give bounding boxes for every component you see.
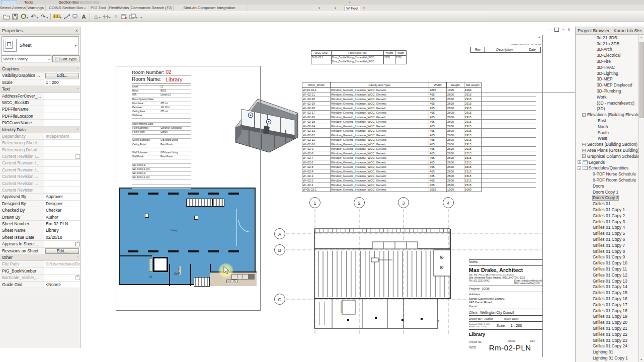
ribbon-panel-label[interactable]: Commands Search (F2) bbox=[131, 5, 174, 11]
property-row[interactable]: Appears In Sheet ... bbox=[0, 241, 80, 247]
property-row[interactable]: Checked By Checker bbox=[0, 207, 80, 214]
tree-expander-icon[interactable]: + bbox=[578, 160, 581, 164]
tree-expander-icon[interactable] bbox=[588, 178, 591, 182]
tree-item[interactable]: Grilles 01 Copy 23 bbox=[576, 337, 639, 343]
tree-expander-icon[interactable] bbox=[588, 220, 591, 223]
tree-expander-icon[interactable] bbox=[588, 184, 591, 188]
tree-expander-icon[interactable] bbox=[592, 71, 595, 75]
tree-expander-icon[interactable] bbox=[592, 83, 595, 87]
tree-expander-icon[interactable] bbox=[588, 326, 591, 330]
close-icon[interactable]: × bbox=[562, 27, 565, 32]
tree-expander-icon[interactable] bbox=[592, 42, 595, 45]
tree-item[interactable]: East bbox=[576, 118, 639, 124]
tag-by-category-icon[interactable] bbox=[71, 13, 79, 21]
tree-item[interactable]: Grilles 01 Copy 3 bbox=[576, 219, 639, 225]
instance-filter-combo[interactable]: Sheet: Library ▾ bbox=[1, 55, 51, 62]
checkbox[interactable] bbox=[75, 242, 80, 246]
tree-item[interactable]: 3D-HVAC bbox=[576, 64, 639, 70]
tree-expander-icon[interactable] bbox=[592, 101, 595, 105]
property-row[interactable]: PDFFileName bbox=[0, 106, 80, 113]
tree-expander-icon[interactable] bbox=[588, 208, 591, 212]
property-row[interactable]: AddressForCover_... bbox=[0, 93, 80, 100]
ribbon-panel-label[interactable]: External bbox=[13, 5, 27, 11]
section-box-label[interactable]: Section Box bbox=[59, 0, 79, 5]
tree-expander-icon[interactable] bbox=[592, 60, 595, 63]
ribbon-panel-label[interactable]: PIG Tool bbox=[89, 5, 109, 11]
tree-expander-icon[interactable] bbox=[588, 196, 591, 200]
dropdown-caret-icon[interactable]: ▾ bbox=[109, 16, 111, 19]
tree-expander-icon[interactable] bbox=[588, 190, 591, 194]
tree-expander-icon[interactable] bbox=[588, 315, 591, 318]
tree-item[interactable]: 3D-Electrical bbox=[576, 52, 639, 58]
dropdown-caret-icon[interactable]: ▾ bbox=[27, 16, 28, 19]
collapse-icon[interactable]: ∧ bbox=[568, 27, 571, 32]
ribbon-panel-label[interactable]: Select ▾ bbox=[0, 5, 13, 11]
text-icon[interactable]: A bbox=[79, 13, 88, 21]
property-row[interactable]: WCC_BlockID bbox=[0, 100, 80, 106]
tree-expander-icon[interactable] bbox=[588, 321, 591, 324]
tree-item[interactable]: 3D-MEP Displaced bbox=[576, 82, 639, 88]
restore-icon[interactable] bbox=[554, 28, 559, 32]
tree-item[interactable]: Grilles 01 Copy 9 bbox=[576, 254, 639, 260]
property-row[interactable]: Guide Grid <None> bbox=[0, 282, 80, 288]
property-row[interactable]: Scale 1 : 200 bbox=[0, 79, 80, 86]
tree-item[interactable]: Grilles 01 Copy 2 bbox=[576, 213, 639, 219]
scrollbar[interactable]: ▴ ▾ bbox=[638, 35, 644, 362]
tree-item[interactable]: 3D-Arch bbox=[576, 47, 639, 53]
wfeet-combo[interactable]: W Feet bbox=[344, 6, 360, 11]
tree-expander-icon[interactable] bbox=[592, 54, 595, 57]
property-row[interactable]: PIGCoverName bbox=[0, 120, 80, 126]
ribbon-panel-label[interactable]: RevitWorks bbox=[109, 5, 131, 11]
tree-item[interactable]: Work bbox=[576, 94, 639, 100]
tree-item[interactable]: Grilles 01 Copy 8 bbox=[576, 248, 639, 254]
tree-expander-icon[interactable]: + bbox=[582, 149, 586, 152]
tree-expander-icon[interactable] bbox=[593, 125, 596, 128]
tree-expander-icon[interactable] bbox=[588, 255, 591, 259]
tree-item[interactable]: + Sections (Building Section) bbox=[576, 141, 639, 147]
drawing-area[interactable]: — × ∧ 1 Room Number: 02 Room Name: Libra… bbox=[0, 22, 644, 362]
property-row[interactable]: Drawn By Author bbox=[0, 214, 80, 221]
tree-expander-icon[interactable] bbox=[588, 267, 591, 270]
tree-item[interactable]: Grilles 01 Copy 21 bbox=[576, 325, 639, 331]
property-row[interactable]: Sheet Number Rm-02-PLN bbox=[0, 221, 80, 227]
tree-expander-icon[interactable] bbox=[592, 95, 595, 99]
tree-expander-icon[interactable] bbox=[588, 291, 591, 295]
close-icon[interactable]: × bbox=[639, 28, 642, 33]
tree-item[interactable]: Grilles 01 bbox=[576, 201, 639, 207]
tree-expander-icon[interactable]: - bbox=[582, 113, 586, 117]
title-block[interactable]: Notes: Max Drake, Architect MSc, BSc (Ho… bbox=[469, 259, 542, 357]
tree-item[interactable]: 0-PDF Nurse Schedule bbox=[576, 171, 639, 177]
tree-item[interactable]: Grilles 01 Copy 12 bbox=[576, 272, 639, 278]
tree-expander-icon[interactable] bbox=[588, 226, 591, 229]
tree-item[interactable]: Lighting 01 bbox=[576, 349, 639, 355]
tree-item[interactable]: 3D-Plumbing bbox=[576, 88, 639, 94]
tree-expander-icon[interactable] bbox=[592, 36, 595, 39]
properties-title-bar[interactable]: Properties × bbox=[0, 27, 80, 35]
tree-item[interactable]: Grilles 01 Copy 6 bbox=[576, 236, 639, 242]
tree-expander-icon[interactable] bbox=[588, 303, 591, 306]
tree-item[interactable]: - Schedules/Quantities bbox=[576, 165, 639, 171]
close-inactive-windows-icon[interactable]: x bbox=[120, 13, 129, 21]
tree-expander-icon[interactable] bbox=[588, 261, 591, 265]
thin-lines-icon[interactable]: ≡ bbox=[112, 13, 120, 21]
tree-expander-icon[interactable] bbox=[588, 214, 591, 217]
tree-item[interactable]: Grilles 01 Copy 17 bbox=[576, 302, 639, 308]
property-row[interactable]: Current Revision ... bbox=[0, 173, 80, 180]
tree-expander-icon[interactable] bbox=[588, 350, 591, 354]
tree-item[interactable]: Grilles 01 Copy 16 bbox=[576, 296, 639, 302]
tree-item[interactable]: Grilles 01 Copy 10 bbox=[576, 260, 639, 266]
property-row[interactable]: Dependency Independent bbox=[0, 133, 80, 140]
tree-expander-icon[interactable] bbox=[588, 338, 591, 342]
property-row[interactable]: Identity Data bbox=[0, 127, 80, 133]
tree-expander-icon[interactable] bbox=[588, 344, 591, 348]
customize-quick-access-toolbar-icon[interactable]: ▾ bbox=[140, 16, 142, 19]
checkbox[interactable] bbox=[75, 276, 80, 280]
tree-item[interactable]: 3d-21-3DB bbox=[576, 35, 639, 41]
tree-expander-icon[interactable] bbox=[592, 65, 595, 69]
tree-expander-icon[interactable] bbox=[592, 77, 595, 81]
tree-expander-icon[interactable] bbox=[588, 249, 591, 253]
dropdown-caret-icon[interactable]: ▾ bbox=[60, 16, 61, 19]
property-row[interactable]: Current Revision I... bbox=[0, 160, 80, 166]
tree-item[interactable]: Grilles 01 Copy 11 bbox=[576, 266, 639, 272]
tree-expander-icon[interactable] bbox=[588, 356, 591, 359]
